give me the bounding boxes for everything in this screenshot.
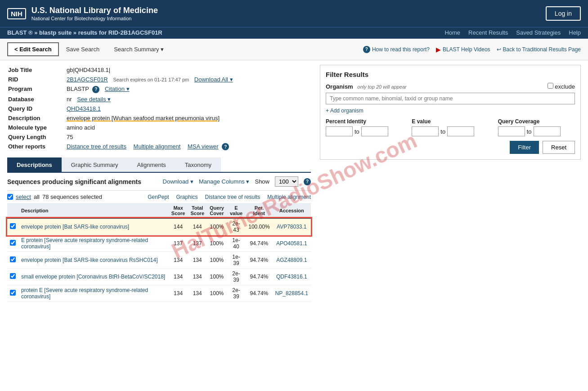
row-description-link-1[interactable]: E protein [Severe acute respiratory synd…: [21, 237, 148, 250]
tab-alignments[interactable]: Alignments: [128, 157, 175, 172]
select-all-checkbox[interactable]: [7, 194, 13, 200]
row-description-cell: protein E [Severe acute respiratory synd…: [18, 285, 169, 302]
see-details-link[interactable]: See details ▾: [77, 96, 111, 103]
tab-taxonomy[interactable]: Taxonomy: [175, 157, 221, 172]
evalue-range: to: [412, 126, 489, 136]
evalue-label: E value: [412, 118, 489, 125]
download-button[interactable]: Download ▾: [163, 178, 193, 185]
results-title: Sequences producing significant alignmen…: [7, 178, 141, 185]
rid-value: 2B1AGCSF01R Search expires on 01-21 17:4…: [63, 75, 310, 84]
edit-search-button[interactable]: < Edit Search: [7, 42, 59, 56]
table-row: protein E [Severe acute respiratory synd…: [7, 285, 311, 302]
rid-link[interactable]: 2B1AGCSF01R: [67, 76, 108, 83]
percent-identity-label: Percent Identity: [326, 118, 403, 125]
query-length-label: Query Length: [8, 133, 62, 141]
row-max-score-3: 134: [169, 269, 188, 285]
row-accession-link-1[interactable]: APO40581.1: [276, 240, 307, 247]
nav-help[interactable]: Help: [569, 29, 581, 36]
download-all-link[interactable]: Download All ▾: [194, 76, 233, 83]
genpept-link[interactable]: GenPept: [148, 194, 169, 200]
tab-descriptions[interactable]: Descriptions: [7, 157, 62, 172]
row-per-ident-3: 94.74%: [246, 269, 272, 285]
organism-label: Organism: [326, 83, 353, 90]
multiple-alignment-link[interactable]: Multiple alignment: [134, 143, 181, 150]
toolbar-right: ? How to read this report? ▶ BLAST Help …: [363, 46, 581, 53]
exclude-row: Organism only top 20 will appear exclude: [326, 83, 575, 90]
query-id-label: Query ID: [8, 104, 62, 113]
table-row: small envelope protein [Coronavirus BtRI…: [7, 269, 311, 285]
row-accession-link-2[interactable]: AGZ48809.1: [276, 257, 307, 263]
evalue-to[interactable]: [447, 126, 474, 136]
filter-button[interactable]: Filter: [510, 141, 539, 154]
query-coverage-from[interactable]: [498, 126, 525, 136]
exclude-label: exclude: [555, 83, 575, 90]
query-coverage-label: Query Coverage: [498, 118, 575, 125]
row-description-link-2[interactable]: envelope protein [Bat SARS-like coronavi…: [21, 257, 157, 263]
search-summary-button[interactable]: Search Summary ▾: [107, 43, 171, 55]
col-accession: Accession: [273, 203, 311, 218]
row-checkbox-1[interactable]: [10, 240, 16, 246]
organism-header: Organism only top 20 will appear: [326, 83, 407, 90]
col-query: QueryCover: [207, 203, 227, 218]
distance-tree-results-link[interactable]: Distance tree of results: [205, 194, 260, 200]
select-all-link[interactable]: select: [16, 193, 31, 200]
tab-graphic-summary[interactable]: Graphic Summary: [62, 157, 128, 172]
row-total-score-0: 144: [188, 218, 207, 235]
row-description-link-3[interactable]: small envelope protein [Coronavirus BtRI…: [21, 274, 165, 280]
query-coverage-to[interactable]: [534, 126, 561, 136]
citation-link[interactable]: Citation ▾: [105, 85, 130, 92]
blast-help-link[interactable]: ▶ BLAST Help Videos: [436, 46, 490, 53]
row-per-ident-2: 94.74%: [246, 252, 272, 269]
login-button[interactable]: Log in: [546, 6, 581, 21]
show-select[interactable]: 100 50 20: [275, 176, 298, 187]
results-table: Description MaxScore TotalScore QueryCov…: [7, 203, 311, 302]
row-accession-1: APO40581.1: [273, 235, 311, 252]
organism-sub: only top 20 will appear: [357, 84, 406, 90]
row-accession-0: AVP78033.1: [273, 218, 311, 235]
back-to-traditional-link[interactable]: ↩ Back to Traditional Results Page: [497, 46, 581, 53]
row-description-link-0[interactable]: envelope protein [Bat SARS-like coronavi…: [21, 224, 129, 230]
row-evalue-3: 2e-39: [227, 269, 246, 285]
how-to-read-link[interactable]: ? How to read this report?: [363, 46, 430, 53]
percent-identity-from[interactable]: [326, 126, 353, 136]
nav-recent-results[interactable]: Recent Results: [468, 29, 508, 36]
row-checkbox-4[interactable]: [10, 290, 16, 296]
manage-columns-button[interactable]: Manage Columns ▾: [199, 178, 250, 185]
row-per-ident-1: 94.74%: [246, 235, 272, 252]
msa-viewer-link[interactable]: MSA viewer: [188, 143, 219, 150]
row-accession-3: QDF43816.1: [273, 269, 311, 285]
exclude-checkbox[interactable]: [548, 83, 553, 89]
row-description-link-4[interactable]: protein E [Severe acute respiratory synd…: [21, 287, 148, 300]
tabs: Descriptions Graphic Summary Alignments …: [7, 157, 311, 173]
toolbar-left: < Edit Search Save Search Search Summary…: [7, 42, 171, 56]
main-content: Job Title gb|QHD43418.1| RID 2B1AGCSF01R…: [0, 60, 588, 306]
organism-input[interactable]: [326, 93, 575, 104]
row-accession-link-0[interactable]: AVP78033.1: [277, 224, 307, 230]
row-query-1: 100%: [207, 235, 227, 252]
filter-btn-row: Filter Reset: [326, 141, 575, 154]
query-id-link[interactable]: QHD43418.1: [67, 105, 101, 112]
other-reports-label: Other reports: [8, 142, 62, 152]
select-right: GenPept Graphics Distance tree of result…: [148, 194, 311, 200]
filter-fields-row: Percent Identity to E value to: [326, 118, 575, 136]
row-checkbox-2[interactable]: [10, 256, 16, 262]
evalue-from[interactable]: [412, 126, 439, 136]
save-search-button[interactable]: Save Search: [59, 43, 107, 55]
col-evalue: Evalue: [227, 203, 246, 218]
row-checkbox-0[interactable]: [10, 223, 16, 229]
to-label-3: to: [527, 128, 532, 135]
row-accession-link-3[interactable]: QDF43816.1: [276, 274, 307, 280]
exclude-control: exclude: [548, 83, 575, 90]
nav-home[interactable]: Home: [444, 29, 460, 36]
percent-identity-to[interactable]: [361, 126, 388, 136]
multiple-alignment-results-link[interactable]: Multiple alignment: [267, 194, 311, 200]
reset-button[interactable]: Reset: [543, 141, 575, 154]
distance-tree-link[interactable]: Distance tree of results: [67, 143, 126, 150]
row-checkbox-3[interactable]: [10, 273, 16, 279]
add-organism-link[interactable]: + Add organism: [326, 108, 364, 114]
nav-saved-strategies[interactable]: Saved Strategies: [516, 29, 561, 36]
percent-identity-col: Percent Identity to: [326, 118, 403, 136]
row-accession-link-4[interactable]: NP_828854.1: [275, 290, 308, 297]
row-total-score-1: 137: [188, 235, 207, 252]
graphics-link[interactable]: Graphics: [176, 194, 198, 200]
